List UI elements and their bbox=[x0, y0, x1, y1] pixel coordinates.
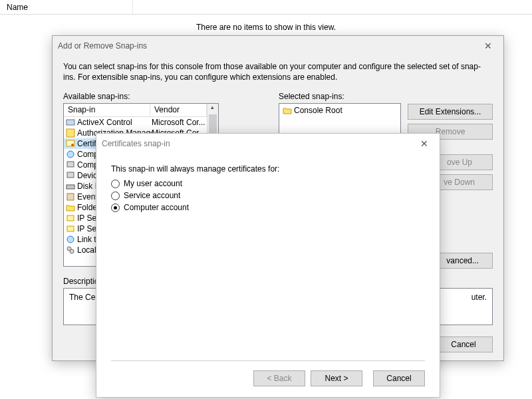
snapin-icon bbox=[65, 192, 76, 201]
svg-point-3 bbox=[71, 144, 74, 146]
svg-point-4 bbox=[67, 151, 74, 158]
separator bbox=[111, 360, 425, 361]
svg-rect-1 bbox=[66, 129, 74, 137]
snapin-icon bbox=[65, 224, 76, 233]
back-button[interactable]: < Back bbox=[253, 370, 305, 386]
svg-rect-6 bbox=[67, 172, 74, 178]
snapin-icon bbox=[65, 118, 76, 127]
radio-icon bbox=[111, 203, 120, 212]
close-icon[interactable]: ✕ bbox=[478, 41, 498, 51]
dialog-title: Certificates snap-in bbox=[102, 139, 414, 148]
radio-label: My user account bbox=[124, 179, 182, 188]
snapin-icon bbox=[65, 128, 76, 138]
svg-point-13 bbox=[70, 249, 74, 253]
dialog-titlebar: Certificates snap-in ✕ bbox=[96, 134, 440, 154]
mmc-column-header: Name bbox=[0, 0, 532, 15]
available-snapins-label: Available snap-ins: bbox=[63, 92, 219, 101]
next-button[interactable]: Next > bbox=[311, 370, 362, 386]
snapin-icon bbox=[65, 160, 76, 170]
radio-icon bbox=[111, 180, 120, 188]
folder-icon bbox=[282, 106, 293, 115]
svg-rect-10 bbox=[67, 226, 74, 231]
snapin-icon bbox=[65, 235, 76, 244]
radio-computer-account[interactable]: Computer account bbox=[111, 203, 425, 212]
folder-icon bbox=[65, 203, 76, 212]
certificate-icon bbox=[65, 139, 76, 148]
snapin-icon bbox=[65, 245, 76, 255]
svg-point-11 bbox=[67, 236, 74, 243]
snapin-icon bbox=[65, 171, 76, 180]
list-item: ActiveX ControlMicrosoft Cor... bbox=[64, 117, 207, 128]
radio-label: Computer account bbox=[124, 203, 189, 212]
radio-label: Service account bbox=[124, 191, 180, 200]
radio-icon bbox=[111, 192, 120, 200]
snapin-icon bbox=[65, 213, 76, 223]
svg-rect-5 bbox=[67, 162, 74, 167]
dialog-intro-text: You can select snap-ins for this console… bbox=[63, 61, 493, 82]
certificates-snapin-dialog: Certificates snap-in ✕ This snap-in will… bbox=[96, 133, 440, 398]
selected-snapins-label: Selected snap-ins: bbox=[279, 92, 401, 101]
snapin-icon bbox=[65, 182, 76, 191]
col-vendor[interactable]: Vendor bbox=[150, 104, 207, 116]
svg-rect-0 bbox=[66, 120, 74, 125]
cancel-button[interactable]: Cancel bbox=[434, 336, 493, 352]
close-icon[interactable]: ✕ bbox=[414, 138, 434, 149]
list-header: Snap-in Vendor bbox=[64, 104, 207, 117]
dialog-title: Add or Remove Snap-ins bbox=[58, 41, 478, 51]
snapin-icon bbox=[65, 150, 76, 159]
radio-service-account[interactable]: Service account bbox=[111, 191, 425, 200]
col-snapin[interactable]: Snap-in bbox=[64, 104, 150, 116]
list-item: Console Root bbox=[281, 105, 399, 116]
cancel-button[interactable]: Cancel bbox=[373, 370, 425, 386]
svg-rect-9 bbox=[67, 215, 74, 221]
svg-rect-7 bbox=[66, 185, 74, 189]
edit-extensions-button[interactable]: Edit Extensions... bbox=[408, 104, 493, 120]
svg-rect-8 bbox=[67, 194, 74, 200]
wizard-prompt: This snap-in will always manage certific… bbox=[111, 164, 425, 174]
dialog-titlebar: Add or Remove Snap-ins ✕ bbox=[53, 36, 503, 56]
column-name[interactable]: Name bbox=[0, 0, 133, 14]
radio-my-user-account[interactable]: My user account bbox=[111, 179, 425, 188]
